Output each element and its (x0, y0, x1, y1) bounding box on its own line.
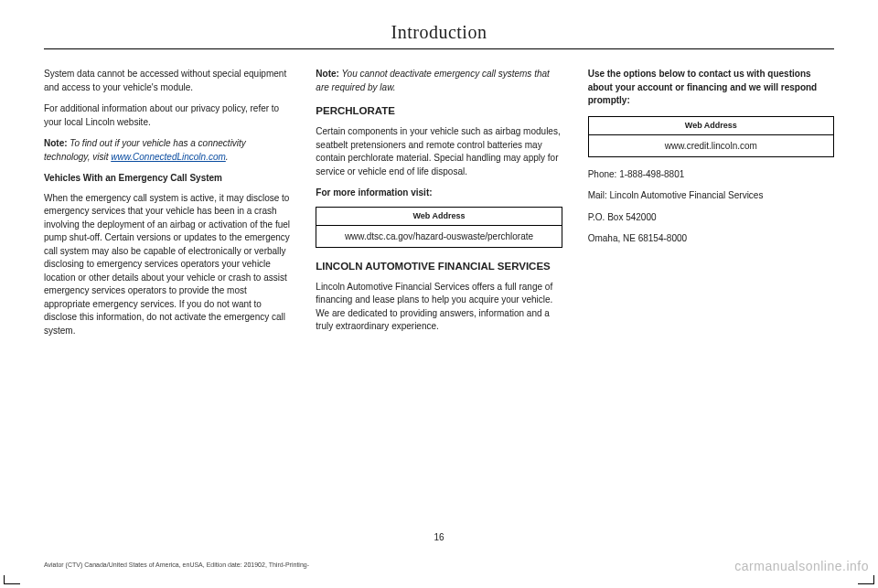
column-2: Note: You cannot deactivate emergency ca… (316, 68, 562, 346)
note-label: Note: (44, 138, 68, 148)
c2-note: Note: You cannot deactivate emergency ca… (316, 68, 562, 94)
c3-phone: Phone: 1-888-498-8801 (588, 168, 834, 182)
web-address-header: Web Address (589, 117, 833, 135)
page-number: 16 (0, 532, 878, 542)
section-perchlorate: PERCHLORATE (316, 103, 562, 118)
web-address-box-credit: Web Address www.credit.lincoln.com (588, 116, 834, 157)
c3-mail3: Omaha, NE 68154-8000 (588, 232, 834, 246)
c3-mail2: P.O. Box 542000 (588, 211, 834, 225)
web-address-value: www.credit.lincoln.com (589, 135, 833, 156)
c2-info-label: For more information visit: (316, 187, 562, 200)
c2-p2: Lincoln Automotive Financial Services of… (316, 281, 562, 334)
note-text: You cannot deactivate emergency call sys… (316, 69, 550, 92)
footnote: Aviator (CTV) Canada/United States of Am… (44, 561, 309, 568)
crop-mark-left (4, 575, 20, 584)
c1-subhead-emergency: Vehicles With an Emergency Call System (44, 172, 290, 186)
web-address-value: www.dtsc.ca.gov/hazard-ouswaste/perchlor… (316, 226, 561, 247)
column-3: Use the options below to contact us with… (588, 68, 834, 346)
title-rule (44, 48, 834, 49)
c2-p1: Certain components in your vehicle such … (316, 125, 562, 178)
content-columns: System data cannot be accessed without s… (44, 68, 834, 346)
note-period: . (226, 152, 229, 162)
c3-intro: Use the options below to contact us with… (588, 68, 834, 108)
web-address-box-perchlorate: Web Address www.dtsc.ca.gov/hazard-ouswa… (316, 207, 562, 248)
connected-lincoln-link[interactable]: www.ConnectedLincoln.com (111, 152, 226, 162)
crop-mark-right (858, 575, 874, 584)
c1-p3: When the emergency call system is active… (44, 192, 290, 338)
c3-mail1: Mail: Lincoln Automotive Financial Servi… (588, 189, 834, 203)
web-address-header: Web Address (316, 208, 561, 226)
c1-p1: System data cannot be accessed without s… (44, 68, 290, 94)
watermark: carmanualsonline.info (734, 559, 869, 573)
c1-p2: For additional information about our pri… (44, 102, 290, 129)
page-title: Introduction (44, 22, 834, 48)
column-1: System data cannot be accessed without s… (44, 68, 290, 346)
section-financial-services: LINCOLN AUTOMOTIVE FINANCIAL SERVICES (316, 259, 562, 273)
note-label: Note: (316, 69, 339, 79)
c1-note: Note: To find out if your vehicle has a … (44, 137, 290, 164)
